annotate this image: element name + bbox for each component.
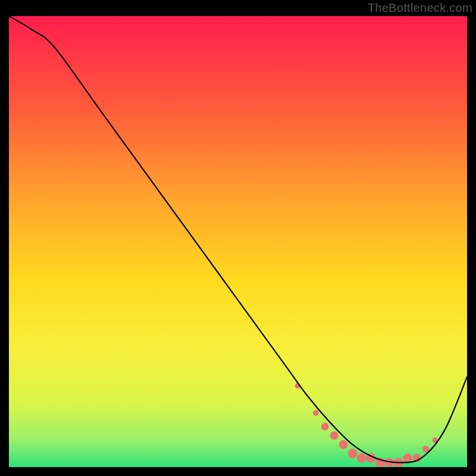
chart-container: TheBottleneck.com — [0, 0, 476, 476]
trough-marker — [357, 453, 367, 463]
trough-marker — [339, 440, 348, 449]
bottleneck-chart — [0, 0, 476, 476]
trough-marker — [321, 422, 329, 430]
trough-marker — [403, 453, 412, 462]
trough-marker — [313, 410, 319, 416]
trough-marker — [348, 449, 358, 458]
plot-background — [9, 16, 467, 467]
trough-marker — [330, 431, 339, 440]
trough-marker — [422, 446, 429, 452]
